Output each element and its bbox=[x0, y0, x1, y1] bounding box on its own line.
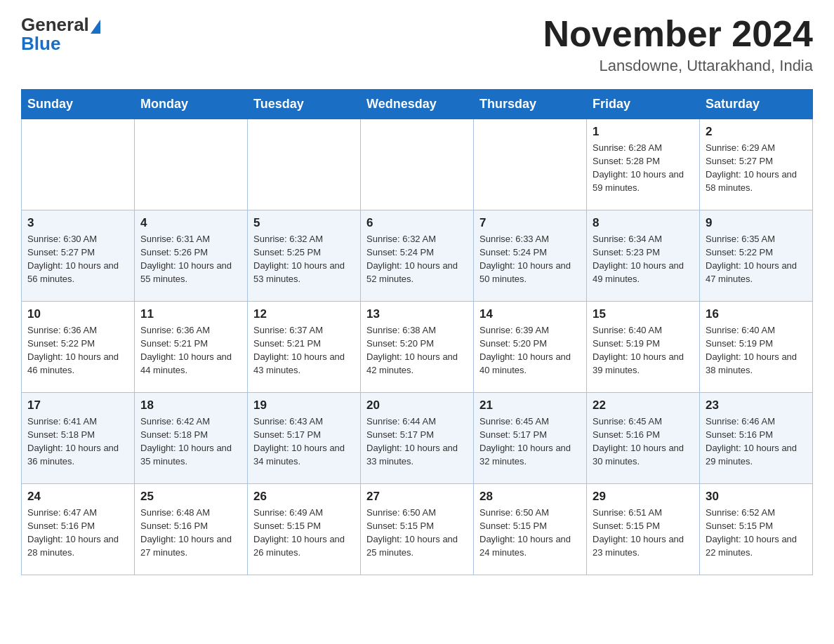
day-number: 8 bbox=[593, 216, 694, 230]
calendar-cell: 11Sunrise: 6:36 AM Sunset: 5:21 PM Dayli… bbox=[135, 302, 248, 393]
day-number: 19 bbox=[253, 398, 355, 412]
calendar-week-row: 1Sunrise: 6:28 AM Sunset: 5:28 PM Daylig… bbox=[22, 119, 813, 210]
day-of-week-header: Tuesday bbox=[248, 90, 361, 119]
day-info: Sunrise: 6:35 AM Sunset: 5:22 PM Dayligh… bbox=[706, 233, 807, 286]
day-number: 15 bbox=[593, 307, 694, 321]
day-number: 12 bbox=[253, 307, 355, 321]
calendar-cell: 24Sunrise: 6:47 AM Sunset: 5:16 PM Dayli… bbox=[22, 484, 135, 575]
calendar-table: SundayMondayTuesdayWednesdayThursdayFrid… bbox=[21, 89, 813, 575]
day-number: 25 bbox=[140, 490, 241, 504]
day-info: Sunrise: 6:30 AM Sunset: 5:27 PM Dayligh… bbox=[27, 233, 128, 286]
day-info: Sunrise: 6:40 AM Sunset: 5:19 PM Dayligh… bbox=[706, 324, 807, 377]
day-number: 30 bbox=[706, 490, 807, 504]
day-number: 13 bbox=[366, 307, 468, 321]
day-number: 26 bbox=[253, 490, 355, 504]
day-number: 4 bbox=[140, 216, 241, 230]
day-number: 1 bbox=[593, 125, 694, 139]
calendar-cell: 21Sunrise: 6:45 AM Sunset: 5:17 PM Dayli… bbox=[474, 393, 587, 484]
calendar-cell: 17Sunrise: 6:41 AM Sunset: 5:18 PM Dayli… bbox=[22, 393, 135, 484]
day-number: 22 bbox=[593, 398, 694, 412]
day-number: 9 bbox=[706, 216, 807, 230]
calendar-cell bbox=[474, 119, 587, 210]
calendar-cell: 13Sunrise: 6:38 AM Sunset: 5:20 PM Dayli… bbox=[361, 302, 474, 393]
day-number: 7 bbox=[479, 216, 581, 230]
location-subtitle: Lansdowne, Uttarakhand, India bbox=[543, 57, 813, 75]
calendar-cell: 16Sunrise: 6:40 AM Sunset: 5:19 PM Dayli… bbox=[700, 302, 813, 393]
day-info: Sunrise: 6:43 AM Sunset: 5:17 PM Dayligh… bbox=[253, 415, 355, 468]
day-info: Sunrise: 6:32 AM Sunset: 5:25 PM Dayligh… bbox=[253, 233, 355, 286]
day-info: Sunrise: 6:45 AM Sunset: 5:17 PM Dayligh… bbox=[479, 415, 581, 468]
day-number: 24 bbox=[27, 490, 128, 504]
logo: General Blue bbox=[21, 14, 100, 55]
calendar-cell: 10Sunrise: 6:36 AM Sunset: 5:22 PM Dayli… bbox=[22, 302, 135, 393]
calendar-cell: 7Sunrise: 6:33 AM Sunset: 5:24 PM Daylig… bbox=[474, 210, 587, 302]
calendar-cell bbox=[135, 119, 248, 210]
calendar-cell: 27Sunrise: 6:50 AM Sunset: 5:15 PM Dayli… bbox=[361, 484, 474, 575]
calendar-cell bbox=[361, 119, 474, 210]
title-section: November 2024 Lansdowne, Uttarakhand, In… bbox=[543, 14, 813, 75]
day-info: Sunrise: 6:42 AM Sunset: 5:18 PM Dayligh… bbox=[140, 415, 241, 468]
calendar-cell: 2Sunrise: 6:29 AM Sunset: 5:27 PM Daylig… bbox=[700, 119, 813, 210]
day-info: Sunrise: 6:36 AM Sunset: 5:22 PM Dayligh… bbox=[27, 324, 128, 377]
calendar-cell: 14Sunrise: 6:39 AM Sunset: 5:20 PM Dayli… bbox=[474, 302, 587, 393]
calendar-cell: 30Sunrise: 6:52 AM Sunset: 5:15 PM Dayli… bbox=[700, 484, 813, 575]
calendar-cell: 18Sunrise: 6:42 AM Sunset: 5:18 PM Dayli… bbox=[135, 393, 248, 484]
day-info: Sunrise: 6:39 AM Sunset: 5:20 PM Dayligh… bbox=[479, 324, 581, 377]
calendar-cell: 9Sunrise: 6:35 AM Sunset: 5:22 PM Daylig… bbox=[700, 210, 813, 302]
day-number: 27 bbox=[366, 490, 468, 504]
day-info: Sunrise: 6:51 AM Sunset: 5:15 PM Dayligh… bbox=[593, 507, 694, 559]
month-title: November 2024 bbox=[543, 14, 813, 54]
day-number: 29 bbox=[593, 490, 694, 504]
day-info: Sunrise: 6:38 AM Sunset: 5:20 PM Dayligh… bbox=[366, 324, 468, 377]
calendar-cell bbox=[248, 119, 361, 210]
day-number: 3 bbox=[27, 216, 128, 230]
day-info: Sunrise: 6:50 AM Sunset: 5:15 PM Dayligh… bbox=[366, 507, 468, 559]
calendar-cell: 23Sunrise: 6:46 AM Sunset: 5:16 PM Dayli… bbox=[700, 393, 813, 484]
day-number: 28 bbox=[479, 490, 581, 504]
day-number: 5 bbox=[253, 216, 355, 230]
day-number: 6 bbox=[366, 216, 468, 230]
day-info: Sunrise: 6:31 AM Sunset: 5:26 PM Dayligh… bbox=[140, 233, 241, 286]
day-info: Sunrise: 6:48 AM Sunset: 5:16 PM Dayligh… bbox=[140, 507, 241, 559]
day-number: 20 bbox=[366, 398, 468, 412]
calendar-cell: 6Sunrise: 6:32 AM Sunset: 5:24 PM Daylig… bbox=[361, 210, 474, 302]
day-info: Sunrise: 6:40 AM Sunset: 5:19 PM Dayligh… bbox=[593, 324, 694, 377]
day-number: 2 bbox=[706, 125, 807, 139]
page-header: General Blue November 2024 Lansdowne, Ut… bbox=[21, 14, 813, 75]
calendar-cell: 8Sunrise: 6:34 AM Sunset: 5:23 PM Daylig… bbox=[587, 210, 700, 302]
day-number: 23 bbox=[706, 398, 807, 412]
calendar-week-row: 10Sunrise: 6:36 AM Sunset: 5:22 PM Dayli… bbox=[22, 302, 813, 393]
day-info: Sunrise: 6:50 AM Sunset: 5:15 PM Dayligh… bbox=[479, 507, 581, 559]
calendar-cell: 22Sunrise: 6:45 AM Sunset: 5:16 PM Dayli… bbox=[587, 393, 700, 484]
day-info: Sunrise: 6:47 AM Sunset: 5:16 PM Dayligh… bbox=[27, 507, 128, 559]
calendar-cell: 29Sunrise: 6:51 AM Sunset: 5:15 PM Dayli… bbox=[587, 484, 700, 575]
day-number: 17 bbox=[27, 398, 128, 412]
logo-triangle-icon bbox=[91, 20, 100, 34]
calendar-cell: 15Sunrise: 6:40 AM Sunset: 5:19 PM Dayli… bbox=[587, 302, 700, 393]
day-of-week-header: Wednesday bbox=[361, 90, 474, 119]
day-number: 16 bbox=[706, 307, 807, 321]
day-of-week-header: Friday bbox=[587, 90, 700, 119]
calendar-week-row: 24Sunrise: 6:47 AM Sunset: 5:16 PM Dayli… bbox=[22, 484, 813, 575]
day-info: Sunrise: 6:41 AM Sunset: 5:18 PM Dayligh… bbox=[27, 415, 128, 468]
day-number: 11 bbox=[140, 307, 241, 321]
day-of-week-header: Thursday bbox=[474, 90, 587, 119]
day-info: Sunrise: 6:29 AM Sunset: 5:27 PM Dayligh… bbox=[706, 142, 807, 194]
calendar-week-row: 3Sunrise: 6:30 AM Sunset: 5:27 PM Daylig… bbox=[22, 210, 813, 302]
calendar-week-row: 17Sunrise: 6:41 AM Sunset: 5:18 PM Dayli… bbox=[22, 393, 813, 484]
calendar-cell: 5Sunrise: 6:32 AM Sunset: 5:25 PM Daylig… bbox=[248, 210, 361, 302]
day-info: Sunrise: 6:36 AM Sunset: 5:21 PM Dayligh… bbox=[140, 324, 241, 377]
logo-blue: Blue bbox=[21, 33, 100, 55]
calendar-header-row: SundayMondayTuesdayWednesdayThursdayFrid… bbox=[22, 90, 813, 119]
day-number: 18 bbox=[140, 398, 241, 412]
calendar-cell: 26Sunrise: 6:49 AM Sunset: 5:15 PM Dayli… bbox=[248, 484, 361, 575]
day-info: Sunrise: 6:52 AM Sunset: 5:15 PM Dayligh… bbox=[706, 507, 807, 559]
calendar-cell: 3Sunrise: 6:30 AM Sunset: 5:27 PM Daylig… bbox=[22, 210, 135, 302]
day-of-week-header: Saturday bbox=[700, 90, 813, 119]
day-info: Sunrise: 6:37 AM Sunset: 5:21 PM Dayligh… bbox=[253, 324, 355, 377]
calendar-cell: 25Sunrise: 6:48 AM Sunset: 5:16 PM Dayli… bbox=[135, 484, 248, 575]
day-info: Sunrise: 6:44 AM Sunset: 5:17 PM Dayligh… bbox=[366, 415, 468, 468]
calendar-cell: 20Sunrise: 6:44 AM Sunset: 5:17 PM Dayli… bbox=[361, 393, 474, 484]
day-info: Sunrise: 6:33 AM Sunset: 5:24 PM Dayligh… bbox=[479, 233, 581, 286]
calendar-cell: 1Sunrise: 6:28 AM Sunset: 5:28 PM Daylig… bbox=[587, 119, 700, 210]
